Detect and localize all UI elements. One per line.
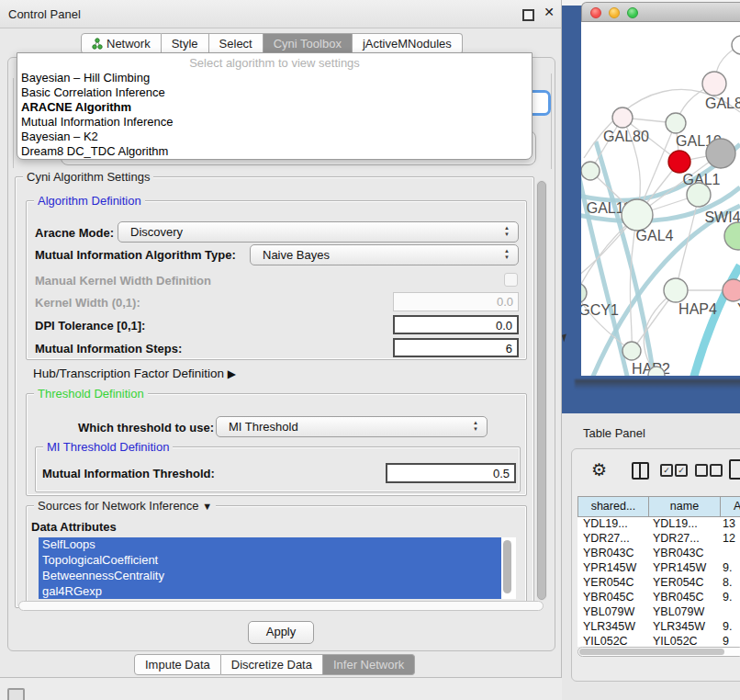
minimize-window-icon[interactable] [609,7,620,18]
algorithm-definition-title: Algorithm Definition [34,194,145,208]
hub-definition-toggle[interactable]: Hub/Transcription Factor Definition ▶ [33,367,236,380]
table-row[interactable]: YBR043CYBR043C [577,547,740,561]
network-edge[interactable] [596,141,656,376]
network-window-titlebar[interactable] [581,2,740,22]
mi-threshold-group-title: MI Threshold Definition [43,440,173,454]
table-cell: YDR27... [577,532,649,547]
zoom-window-icon[interactable] [627,7,638,18]
data-attribute-item[interactable]: TopologicalCoefficient [39,553,501,569]
aracne-mode-combo[interactable]: Discovery ▲▼ [118,221,519,243]
kernel-width-field[interactable]: 0.0 [393,292,519,311]
network-node[interactable] [612,107,633,128]
minimized-panel-icon[interactable] [7,688,25,700]
network-node[interactable] [668,151,690,173]
deselect-all-checkbox-icon[interactable] [710,464,723,477]
tab-cyni-toolbox[interactable]: Cyni Toolbox [263,33,353,54]
network-node[interactable] [581,283,587,303]
close-panel-icon[interactable]: ✕ [544,5,555,19]
column-header-shared-name[interactable]: shared... [577,496,649,517]
close-window-icon[interactable] [590,7,601,18]
float-panel-icon[interactable] [522,9,534,21]
table-horizontal-scrollbar[interactable] [577,647,740,657]
table-cell: 9 [723,635,740,647]
network-node[interactable] [622,199,653,231]
mi-algorithm-type-combo[interactable]: Naive Bayes ▲▼ [250,244,519,265]
table-row[interactable]: YDL19...YDL19...13 [577,517,740,532]
manual-kernel-width-label: Manual Kernel Width Definition [35,274,211,288]
data-attribute-item[interactable]: gal4RGexp [39,584,501,599]
document-icon[interactable] [729,459,740,480]
table-toolbar: ⚙ ✓ ✓ [572,449,740,493]
threshold-definition-title: Threshold Definition [34,387,148,401]
algorithm-option[interactable]: Bayesian – K2 [17,130,532,144]
data-attribute-item[interactable]: BetweennessCentrality [39,569,501,584]
network-node[interactable] [702,72,726,96]
data-attribute-item[interactable]: SelfLoops [39,537,501,553]
manual-kernel-width-checkbox[interactable] [504,273,518,287]
network-node[interactable] [723,279,740,301]
column-header-partial[interactable]: A [721,496,740,517]
sources-group-title[interactable]: Sources for Network Inference ▼ [34,499,216,513]
tab-infer-network[interactable]: Infer Network [323,654,415,675]
algorithm-option[interactable]: Mutual Information Inference [17,115,532,130]
table-row[interactable]: YDR27...YDR27...12 [577,532,740,547]
deselect-all-checkbox-icon[interactable] [695,464,708,477]
tab-cyni-toolbox-label: Cyni Toolbox [274,34,342,53]
network-node[interactable] [664,278,688,302]
table-row[interactable]: YIL052CYIL052C9 [577,635,740,647]
table-header-row: shared... name A [577,496,740,517]
which-threshold-combo[interactable]: MI Threshold ▲▼ [216,416,488,437]
table-row[interactable]: YER054CYER054C8. [577,576,740,591]
dpi-tolerance-field[interactable]: 0.0 [393,315,519,334]
algorithm-dropdown-header: Select algorithm to view settings [17,53,532,71]
network-edge[interactable] [676,195,699,290]
table-row[interactable]: YBL079WYBL079W [577,605,740,620]
network-canvas[interactable]: GAL8GAL80GAL10GAL1GAL11SWI4GAL4GCY1HAP4Y… [581,22,740,376]
select-all-checkbox-icon[interactable]: ✓ [660,464,673,477]
select-all-checkbox-icon[interactable]: ✓ [675,464,688,477]
tab-select[interactable]: Select [209,33,263,54]
control-panel-title: Control Panel [8,7,81,21]
algorithm-option[interactable]: Bayesian – Hill Climbing [17,71,532,85]
network-icon [92,38,103,50]
table-cell: YBR045C [577,591,649,605]
settings-vertical-scrollbar[interactable] [536,180,547,601]
scrollbar-thumb[interactable] [579,649,724,655]
gear-icon[interactable]: ⚙ [591,459,607,480]
mi-steps-field[interactable]: 6 [393,338,519,357]
control-panel-window: Control Panel ✕ Network Style Select [0,0,562,678]
list-scrollbar-thumb[interactable] [503,540,511,593]
algorithm-option[interactable]: ARACNE Algorithm [17,100,532,115]
hub-definition-label: Hub/Transcription Factor Definition [33,367,224,380]
column-header-name[interactable]: name [649,496,721,517]
tab-discretize-data[interactable]: Discretize Data [221,654,323,675]
network-node[interactable] [622,342,641,360]
network-node[interactable] [706,139,735,168]
tab-style[interactable]: Style [162,33,209,54]
dpi-tolerance-label: DPI Tolerance [0,1]: [35,319,145,333]
network-node[interactable] [732,36,740,54]
algorithm-option[interactable]: Dream8 DC_TDC Algorithm [17,144,532,159]
table-row[interactable]: YPR145WYPR145W9. [577,561,740,576]
network-node[interactable] [666,113,686,133]
table-cell: YDR27... [649,532,723,547]
apply-button[interactable]: Apply [248,621,314,644]
settings-horizontal-scrollbar[interactable] [18,601,544,611]
table-cell: YBR043C [577,547,649,561]
mi-threshold-field[interactable]: 0.5 [386,463,516,483]
tab-jactivemnodules[interactable]: jActiveMNodules [353,33,463,54]
algorithm-option[interactable]: Basic Correlation Inference [17,85,532,100]
table-cell: YDL19... [649,517,723,532]
network-node[interactable] [724,222,740,250]
table-cell: 9. [723,561,740,576]
tab-infer-network-label: Infer Network [333,655,404,674]
network-node[interactable] [687,183,711,207]
scrollbar-thumb[interactable] [537,181,546,600]
column-browser-icon[interactable] [632,462,649,480]
network-node[interactable] [581,162,600,180]
table-row[interactable]: YLR345WYLR345W9. [577,620,740,635]
table-row[interactable]: YBR045CYBR045C9. [577,591,740,605]
tab-jactivemnodules-label: jActiveMNodules [363,34,452,53]
tab-impute-data[interactable]: Impute Data [134,654,221,675]
tab-network[interactable]: Network [81,33,162,54]
